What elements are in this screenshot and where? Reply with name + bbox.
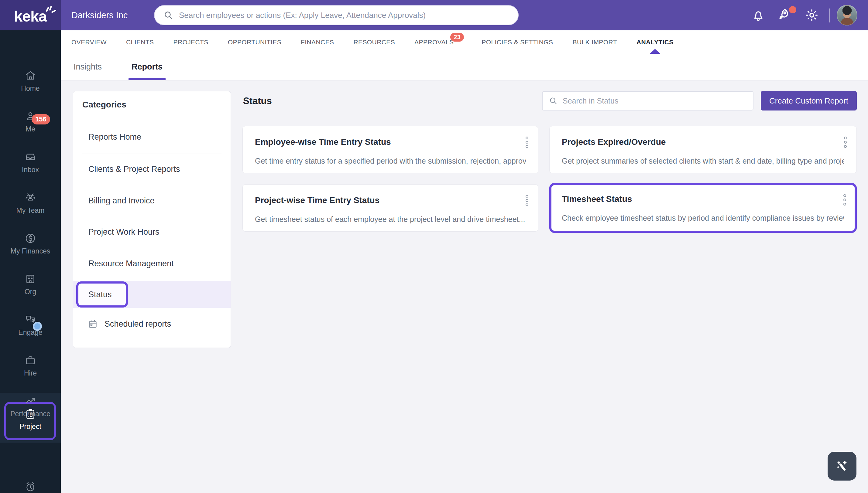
category-resource-management[interactable]: Resource Management: [73, 254, 231, 273]
categories-panel: Categories Reports Home Clients & Projec…: [73, 91, 231, 348]
tab-resources[interactable]: RESOURCES: [353, 30, 395, 54]
sidebar-item-home[interactable]: Home: [0, 69, 61, 92]
active-tab-indicator: [650, 49, 660, 54]
tab-finances[interactable]: FINANCES: [301, 30, 334, 54]
inbox-count-badge: 156: [32, 114, 50, 125]
scheduled-reports-link[interactable]: Scheduled reports: [88, 319, 171, 329]
sidebar-item-inbox[interactable]: Inbox: [0, 151, 61, 174]
sidebar-item-org[interactable]: Org: [0, 273, 61, 296]
tab-insights[interactable]: Insights: [74, 54, 102, 80]
home-icon: [24, 69, 37, 82]
bell-icon[interactable]: [751, 8, 766, 22]
report-card-timesheet-status[interactable]: Timesheet Status Check employee timeshee…: [549, 183, 857, 233]
gear-icon[interactable]: [805, 8, 819, 22]
global-search-input[interactable]: [179, 10, 510, 20]
category-clients-project-reports[interactable]: Clients & Project Reports: [73, 160, 231, 178]
card-menu-icon[interactable]: [525, 136, 528, 148]
report-card-projects-expired-overdue[interactable]: Projects Expired/Overdue Get project sum…: [549, 126, 857, 173]
page-title: Status: [243, 95, 272, 107]
sidebar-item-me[interactable]: Me: [0, 110, 61, 133]
divider: [82, 311, 222, 311]
topbar-divider: [829, 8, 830, 22]
keka-logo-text: keka: [14, 7, 46, 25]
company-name: Darksiders Inc: [71, 0, 128, 30]
divider: [82, 154, 222, 154]
active-subtab-underline: [128, 78, 166, 80]
category-reports-home[interactable]: Reports Home: [73, 128, 231, 146]
tab-analytics[interactable]: ANALYTICS: [637, 30, 674, 54]
tab-projects[interactable]: PROJECTS: [173, 30, 208, 54]
magic-wand-icon: [834, 458, 850, 474]
sidebar-item-hire[interactable]: Hire: [0, 354, 61, 377]
tab-reports[interactable]: Reports: [131, 54, 163, 80]
category-project-work-hours[interactable]: Project Work Hours: [73, 223, 231, 241]
keka-logo[interactable]: keka: [0, 0, 61, 30]
sidebar-item-my-finances[interactable]: My Finances: [0, 232, 61, 255]
sidebar-item-time-attend[interactable]: Time Attend: [0, 481, 61, 493]
primary-nav: OVERVIEW CLIENTS PROJECTS OPPORTUNITIES …: [61, 30, 868, 54]
card-menu-icon[interactable]: [525, 195, 528, 206]
search-icon: [549, 96, 558, 105]
report-card-project-wise-time-entry-status[interactable]: Project-wise Time Entry Status Get times…: [243, 184, 538, 232]
category-status[interactable]: Status: [76, 281, 128, 307]
sidebar: Home Me Inbox 156 My Team My Finances Or…: [0, 30, 61, 493]
time-attend-icon: [24, 481, 37, 493]
search-icon: [163, 10, 173, 20]
topbar: keka Darksiders Inc: [0, 0, 868, 30]
calendar-icon: [88, 319, 98, 329]
status-search-input[interactable]: [563, 97, 747, 105]
logo-spark-icon: [44, 5, 58, 18]
categories-title: Categories: [82, 100, 126, 110]
status-search[interactable]: [542, 91, 753, 110]
org-icon: [24, 273, 37, 285]
sidebar-item-engage[interactable]: Engage: [0, 314, 61, 337]
tab-policies-settings[interactable]: POLICIES & SETTINGS: [481, 30, 553, 54]
avatar[interactable]: [837, 5, 857, 25]
create-custom-report-button[interactable]: Create Custom Report: [761, 91, 857, 110]
tab-opportunities[interactable]: OPPORTUNITIES: [228, 30, 281, 54]
card-menu-icon[interactable]: [843, 194, 846, 206]
sidebar-item-my-team[interactable]: My Team: [0, 192, 61, 215]
tab-approvals[interactable]: APPROVALS 23: [414, 30, 454, 54]
project-icon: [24, 408, 37, 420]
global-search[interactable]: [154, 5, 519, 25]
hire-icon: [24, 354, 37, 366]
inbox-icon: [24, 151, 37, 163]
ai-assistant-button[interactable]: [828, 452, 856, 480]
performance-icon: [24, 395, 37, 407]
tab-overview[interactable]: OVERVIEW: [71, 30, 107, 54]
tab-bulk-import[interactable]: BULK IMPORT: [573, 30, 617, 54]
card-menu-icon[interactable]: [844, 136, 847, 148]
rocket-notification-dot: [789, 6, 796, 13]
category-billing-invoice[interactable]: Billing and Invoice: [73, 192, 231, 210]
secondary-nav: Insights Reports: [61, 54, 868, 81]
finances-icon: [24, 232, 37, 244]
hire-notification-dot: [33, 322, 42, 331]
sidebar-item-project[interactable]: Project: [0, 408, 61, 431]
approvals-count-badge: 23: [450, 33, 464, 42]
tab-clients[interactable]: CLIENTS: [126, 30, 154, 54]
report-card-employee-wise-time-entry-status[interactable]: Employee-wise Time Entry Status Get time…: [243, 126, 538, 173]
team-icon: [24, 192, 37, 204]
